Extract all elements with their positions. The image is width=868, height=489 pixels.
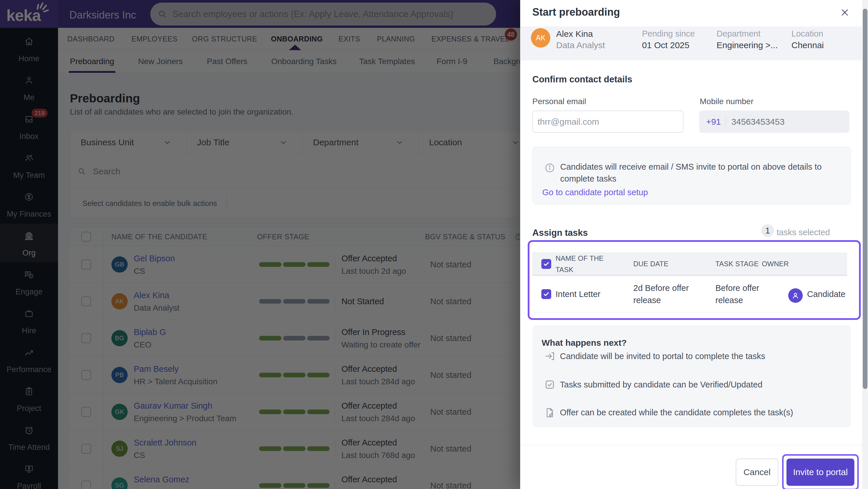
- assign-tasks-table: NAME OF THE TASK DUE DATE TASK STAGE OWN…: [532, 252, 847, 313]
- what-next-heading: What happens next?: [541, 338, 627, 347]
- tasks-table-header: NAME OF THE TASK DUE DATE TASK STAGE OWN…: [532, 252, 847, 275]
- column-header-owner[interactable]: OWNER: [762, 258, 789, 269]
- close-button[interactable]: [838, 5, 852, 20]
- what-next-item: Candidate will be invited to portal to c…: [560, 352, 765, 360]
- drawer-title: Start preboarding: [532, 7, 620, 18]
- confirm-contact-heading: Confirm contact details: [532, 75, 632, 84]
- select-all-tasks-checkbox[interactable]: [541, 259, 551, 269]
- verify-checkbox-icon: [544, 379, 555, 390]
- column-header-task-name[interactable]: NAME OF THE TASK: [556, 253, 622, 275]
- assign-tasks-heading: Assign tasks: [532, 228, 588, 237]
- candidate-role: Data Analyst: [556, 41, 605, 50]
- offer-document-icon: [544, 407, 555, 418]
- check-icon: [543, 291, 550, 298]
- tasks-selected-count: 1: [761, 224, 774, 237]
- scrollbar-thumb[interactable]: [863, 9, 867, 389]
- cancel-button[interactable]: Cancel: [736, 459, 778, 486]
- task-row[interactable]: Intent Letter 2d Before offer release Be…: [532, 275, 847, 313]
- task-stage: Before offer release: [715, 282, 773, 306]
- country-code: +91: [706, 117, 721, 127]
- invite-to-portal-button[interactable]: Invite to portal: [786, 459, 855, 486]
- meta-label: Location: [792, 30, 823, 38]
- column-header-due-date[interactable]: DUE DATE: [633, 258, 669, 269]
- mobile-number-label: Mobile number: [700, 97, 753, 105]
- task-due-date: 2d Before offer release: [633, 282, 706, 306]
- start-preboarding-drawer: Start preboarding AK Alex Kina Data Anal…: [520, 0, 868, 489]
- drawer-footer: Cancel Invite to portal: [520, 445, 868, 489]
- info-icon: [545, 163, 555, 173]
- meta-value: 01 Oct 2025: [642, 41, 689, 50]
- what-next-item: Tasks submitted by candidate can be Veri…: [560, 381, 763, 389]
- meta-label: Pending since: [642, 30, 695, 38]
- owner-avatar: [788, 288, 803, 303]
- column-header-task-stage[interactable]: TASK STAGE: [715, 258, 758, 269]
- what-next-item: Offer can be created while the candidate…: [560, 409, 793, 417]
- mobile-number-field[interactable]: +91 34563453453: [699, 110, 849, 133]
- task-checkbox[interactable]: [541, 289, 551, 299]
- divider: [725, 116, 726, 128]
- tasks-selected-label: tasks selected: [777, 228, 830, 237]
- meta-value: Engineering >...: [717, 41, 778, 50]
- meta-label: Department: [717, 30, 761, 38]
- personal-email-field: [532, 110, 683, 133]
- portal-setup-link[interactable]: Go to candidate portal setup: [542, 188, 648, 197]
- close-icon: [840, 7, 850, 18]
- candidate-name: Alex Kina: [556, 30, 593, 38]
- candidate-summary: AK Alex Kina Data Analyst Pending since …: [520, 26, 868, 60]
- invite-info-text: Candidates will receive email / SMS invi…: [560, 161, 833, 185]
- task-owner: Candidate: [807, 288, 845, 300]
- app-root: keka Darksiders Inc Home Me 219 Inbox My…: [0, 0, 868, 489]
- personal-email-input[interactable]: [537, 117, 678, 127]
- mobile-number-value: 34563453453: [731, 117, 785, 127]
- meta-value: Chennai: [792, 41, 824, 50]
- personal-email-label: Personal email: [532, 97, 586, 105]
- check-icon: [543, 260, 550, 267]
- task-name: Intent Letter: [556, 288, 600, 300]
- what-happens-next-panel: What happens next? Candidate will be inv…: [532, 325, 851, 427]
- candidate-avatar: AK: [531, 28, 550, 47]
- invite-info-panel: Candidates will receive email / SMS invi…: [532, 147, 851, 204]
- drawer-scrollbar: [862, 0, 868, 489]
- person-icon: [791, 291, 800, 300]
- invite-arrow-icon: [544, 351, 555, 362]
